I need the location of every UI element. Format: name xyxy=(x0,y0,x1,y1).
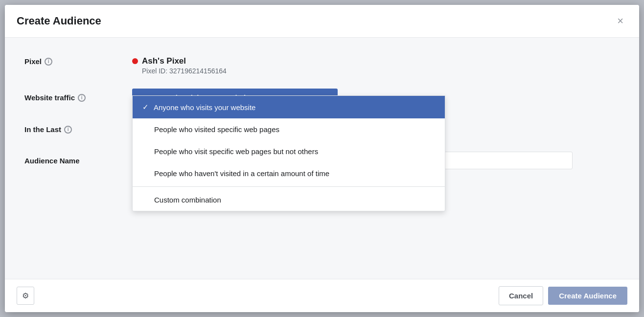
dropdown-divider xyxy=(133,186,445,187)
pixel-label: Pixel i xyxy=(24,52,132,66)
audience-name-label: Audience Name xyxy=(24,152,132,165)
dropdown-menu: ✓ Anyone who visits your website People … xyxy=(132,95,445,211)
dropdown-item-label: Custom combination xyxy=(154,196,221,204)
dropdown-item-specific-pages[interactable]: People who visited specific web pages xyxy=(133,118,445,140)
dropdown-item-not-visited[interactable]: People who haven't visited in a certain … xyxy=(133,162,445,184)
dropdown-item-custom[interactable]: Custom combination xyxy=(133,189,445,211)
check-icon: ✓ xyxy=(142,103,149,112)
dropdown-item-specific-not-others[interactable]: People who visit specific web pages but … xyxy=(133,140,445,162)
dropdown-item-anyone[interactable]: ✓ Anyone who visits your website xyxy=(133,96,445,118)
pixel-status-dot xyxy=(132,58,138,64)
modal: Create Audience × Pixel i Ash's Pixel Pi… xyxy=(5,5,639,312)
dropdown-item-label: People who visited specific web pages xyxy=(154,125,279,134)
dropdown-item-label: People who haven't visited in a certain … xyxy=(154,169,329,178)
website-traffic-label: Website traffic i xyxy=(24,89,132,102)
in-the-last-label: In the Last i xyxy=(24,120,132,134)
pixel-id: Pixel ID: 327196214156164 xyxy=(142,67,620,75)
dropdown-item-label: Anyone who visits your website xyxy=(154,103,255,112)
gear-button[interactable]: ⚙ xyxy=(17,287,34,305)
modal-header: Create Audience × xyxy=(5,5,639,38)
pixel-info-icon[interactable]: i xyxy=(45,58,52,66)
pixel-row: Pixel i Ash's Pixel Pixel ID: 3271962141… xyxy=(24,52,620,75)
modal-body: Pixel i Ash's Pixel Pixel ID: 3271962141… xyxy=(5,38,639,279)
pixel-content: Ash's Pixel Pixel ID: 327196214156164 xyxy=(132,52,620,75)
cancel-button[interactable]: Cancel xyxy=(499,286,543,305)
modal-footer: ⚙ Cancel Create Audience xyxy=(5,279,639,312)
pixel-name: Ash's Pixel xyxy=(142,56,186,66)
footer-left: ⚙ xyxy=(17,287,34,305)
in-the-last-info-icon[interactable]: i xyxy=(64,126,72,134)
website-traffic-info-icon[interactable]: i xyxy=(78,94,86,102)
create-audience-button[interactable]: Create Audience xyxy=(548,287,627,305)
close-button[interactable]: × xyxy=(613,14,627,28)
dropdown-item-label: People who visit specific web pages but … xyxy=(154,147,318,156)
modal-title: Create Audience xyxy=(17,15,101,27)
pixel-info: Ash's Pixel xyxy=(132,52,620,66)
gear-icon: ⚙ xyxy=(22,292,29,300)
